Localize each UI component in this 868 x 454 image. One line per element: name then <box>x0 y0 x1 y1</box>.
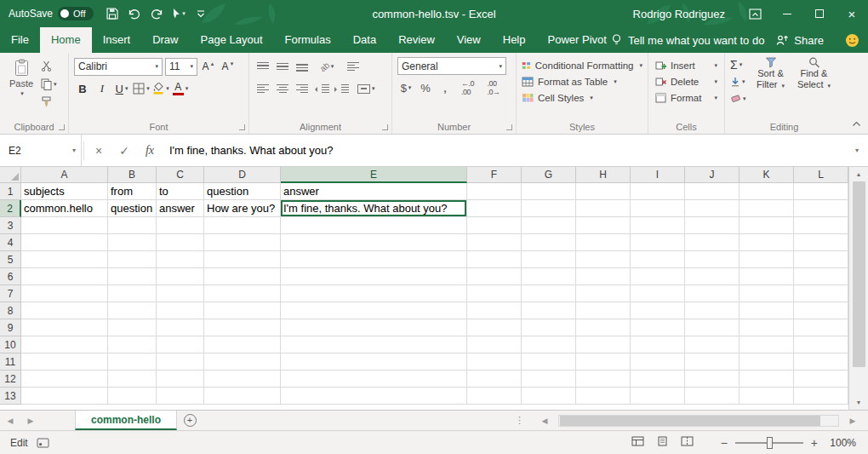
horizontal-scrollbar-thumb[interactable] <box>560 416 820 426</box>
cell-G8[interactable] <box>522 302 576 319</box>
cell-K13[interactable] <box>740 388 794 405</box>
account-user-name[interactable]: Rodrigo Rodriguez <box>633 8 725 20</box>
cell-G11[interactable] <box>522 353 576 371</box>
cell-I9[interactable] <box>631 319 685 336</box>
cell-K4[interactable] <box>740 234 794 251</box>
cell-H3[interactable] <box>576 217 631 234</box>
collapse-ribbon-button[interactable] <box>852 115 861 130</box>
close-button[interactable]: × <box>836 0 868 27</box>
cell-J8[interactable] <box>685 302 740 319</box>
align-center-button[interactable] <box>274 79 291 98</box>
cell-E11[interactable] <box>281 353 467 371</box>
cell-D11[interactable] <box>204 353 281 371</box>
column-header-B[interactable]: B <box>108 167 157 183</box>
zoom-slider-thumb[interactable] <box>767 437 773 449</box>
cell-G13[interactable] <box>522 388 576 405</box>
row-header-12[interactable]: 12 <box>0 371 21 388</box>
cell-B5[interactable] <box>108 251 157 268</box>
fill-button[interactable]: ▾ <box>730 73 747 89</box>
cell-F8[interactable] <box>467 302 522 319</box>
conditional-formatting-button[interactable]: Conditional Formatting ▾ <box>517 57 648 73</box>
cell-F6[interactable] <box>467 268 522 285</box>
sheet-bar-splitter-icon[interactable]: ⋮ <box>515 415 524 426</box>
cell-H2[interactable] <box>576 200 631 217</box>
cell-J6[interactable] <box>685 268 740 285</box>
font-name-combo[interactable]: Calibri ▾ <box>74 58 163 76</box>
tab-power-pivot[interactable]: Power Pivot <box>537 27 618 53</box>
cell-K8[interactable] <box>740 302 794 319</box>
sheet-nav-next-icon[interactable]: ▶ <box>20 411 41 430</box>
cell-J9[interactable] <box>685 319 740 336</box>
cell-G10[interactable] <box>522 336 576 353</box>
cell-H11[interactable] <box>576 353 631 371</box>
cell-H5[interactable] <box>576 251 631 268</box>
column-header-C[interactable]: C <box>157 167 204 183</box>
find-select-button[interactable]: Find & Select ▾ <box>794 56 834 106</box>
column-header-D[interactable]: D <box>204 167 281 183</box>
column-header-G[interactable]: G <box>522 167 576 183</box>
cell-E5[interactable] <box>281 251 467 268</box>
cell-J1[interactable] <box>685 183 740 200</box>
decrease-indent-button[interactable] <box>313 79 330 98</box>
cell-C7[interactable] <box>157 285 204 302</box>
cell-B6[interactable] <box>108 268 157 285</box>
increase-decimal-button[interactable]: ←.0 .00 <box>461 78 485 97</box>
enter-button[interactable]: ✓ <box>111 135 137 166</box>
hscroll-right-icon[interactable]: ▶ <box>842 417 863 425</box>
cell-A1[interactable]: subjects <box>21 183 108 200</box>
cell-D6[interactable] <box>204 268 281 285</box>
autosave-toggle[interactable]: AutoSave Off <box>9 7 94 20</box>
tab-view[interactable]: View <box>446 27 492 53</box>
scroll-up-icon[interactable]: ▲ <box>856 167 862 181</box>
cut-button[interactable] <box>41 58 58 74</box>
alignment-dialog-launcher-icon[interactable] <box>382 124 388 130</box>
align-middle-button[interactable] <box>274 57 291 76</box>
font-dialog-launcher-icon[interactable] <box>239 124 245 130</box>
cell-F13[interactable] <box>467 388 522 405</box>
cell-F12[interactable] <box>467 371 522 388</box>
cell-D5[interactable] <box>204 251 281 268</box>
column-header-K[interactable]: K <box>740 167 794 183</box>
column-header-I[interactable]: I <box>631 167 685 183</box>
column-header-F[interactable]: F <box>467 167 522 183</box>
cell-B12[interactable] <box>108 371 157 388</box>
cell-C6[interactable] <box>157 268 204 285</box>
cell-E7[interactable] <box>281 285 467 302</box>
align-bottom-button[interactable] <box>294 57 311 76</box>
zoom-level[interactable]: 100% <box>825 437 856 449</box>
tab-help[interactable]: Help <box>492 27 537 53</box>
cell-A11[interactable] <box>21 353 108 371</box>
cell-F7[interactable] <box>467 285 522 302</box>
bold-button[interactable]: B <box>74 79 91 98</box>
cell-G7[interactable] <box>522 285 576 302</box>
cell-H7[interactable] <box>576 285 631 302</box>
cell-F1[interactable] <box>467 183 522 200</box>
cell-G3[interactable] <box>522 217 576 234</box>
decrease-decimal-button[interactable]: .00 .0→ <box>488 78 511 97</box>
cell-C12[interactable] <box>157 371 204 388</box>
cell-D7[interactable] <box>204 285 281 302</box>
paste-button[interactable]: Paste ▾ <box>5 56 37 109</box>
cell-C13[interactable] <box>157 388 204 405</box>
ribbon-display-options-button[interactable] <box>739 0 771 27</box>
cell-F2[interactable] <box>467 200 522 217</box>
macro-record-button[interactable] <box>37 438 49 448</box>
formula-input[interactable]: I'm fine, thanks. What about you? <box>163 135 846 166</box>
merge-center-button[interactable]: ▾ <box>357 79 375 98</box>
cell-J10[interactable] <box>685 336 740 353</box>
cell-E9[interactable] <box>281 319 467 336</box>
cell-H8[interactable] <box>576 302 631 319</box>
cell-F9[interactable] <box>467 319 522 336</box>
row-header-10[interactable]: 10 <box>0 336 21 353</box>
tell-me-box[interactable]: Tell me what you want to do <box>611 27 764 53</box>
cell-L1[interactable] <box>794 183 848 200</box>
decrease-font-size-button[interactable]: A▼ <box>220 57 237 76</box>
cell-K6[interactable] <box>740 268 794 285</box>
cell-B1[interactable]: from <box>108 183 157 200</box>
maximize-button[interactable] <box>803 0 836 27</box>
cell-K11[interactable] <box>740 353 794 371</box>
row-header-4[interactable]: 4 <box>0 234 21 251</box>
column-header-L[interactable]: L <box>794 167 848 183</box>
share-button[interactable]: Share <box>776 27 824 53</box>
sort-filter-button[interactable]: Sort & Filter ▾ <box>751 56 791 106</box>
